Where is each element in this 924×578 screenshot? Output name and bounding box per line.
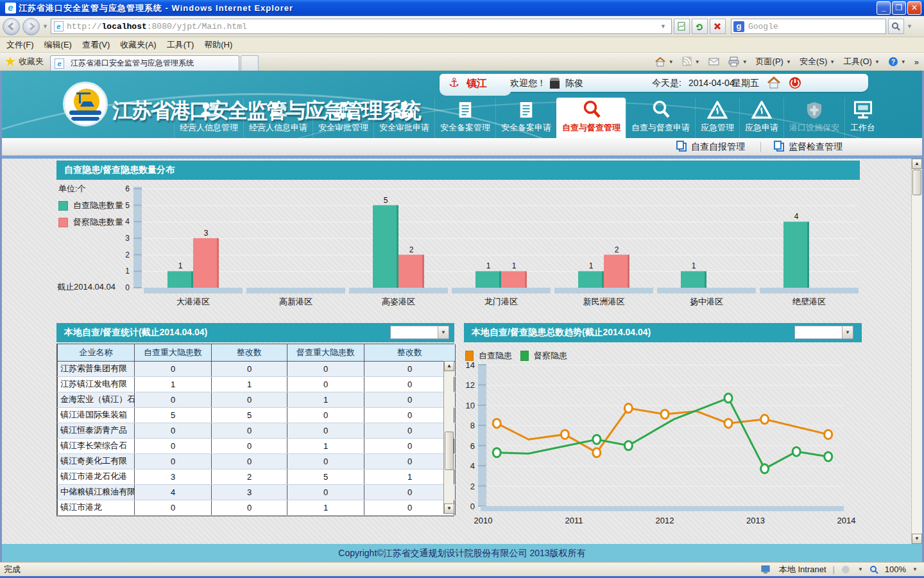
svg-text:2011: 2011 <box>565 516 583 525</box>
nav-item-4[interactable]: 安全备案管理 <box>434 98 495 138</box>
svg-text:0: 0 <box>470 502 475 511</box>
search-button[interactable] <box>888 19 904 34</box>
svg-text:新民洲港区: 新民洲港区 <box>583 297 625 306</box>
nav-item-1[interactable]: 经营人信息申请 <box>243 98 312 138</box>
menu-item-1[interactable]: 编辑(E) <box>44 39 72 51</box>
table-scrollbar[interactable]: ▲▼ <box>443 361 454 514</box>
refresh-button[interactable] <box>692 19 708 34</box>
svg-text:2: 2 <box>615 245 619 254</box>
feeds-button[interactable]: ▼ <box>682 57 700 67</box>
bar-chart: 0123456大港港区13高新港区高姿港区52龙门港区11新民洲港区12扬中港区… <box>56 182 860 317</box>
back-button[interactable] <box>3 18 20 35</box>
svg-text:1: 1 <box>486 261 491 270</box>
svg-text:扬中港区: 扬中港区 <box>690 297 723 306</box>
magnifier-icon <box>581 99 602 119</box>
sub-nav: 自查自报管理 监督检查管理 <box>2 138 922 155</box>
svg-text:2014: 2014 <box>837 516 856 525</box>
title-bar: e 江苏省港口安全监管与应急管理系统 - Windows Internet Ex… <box>0 0 924 16</box>
subnav-supervision[interactable]: 监督检查管理 <box>761 141 858 153</box>
nav-item-2[interactable]: 安全审批管理 <box>312 98 373 138</box>
zoom-icon[interactable] <box>869 565 878 574</box>
nav-item-3[interactable]: 安全审批申请 <box>373 98 434 138</box>
close-button[interactable]: ✕ <box>907 1 921 15</box>
bar-chart-title: 自查隐患/督查隐患数量分布 <box>56 161 860 180</box>
window-title: 江苏省港口安全监管与应急管理系统 - Windows Internet Expl… <box>19 3 293 14</box>
menu-item-4[interactable]: 工具(T) <box>167 39 194 51</box>
table-row[interactable]: 中储粮镇江粮油有限4300 <box>58 484 456 500</box>
svg-text:高新港区: 高新港区 <box>279 297 312 306</box>
document-icon <box>679 143 687 152</box>
svg-text:2013: 2013 <box>746 516 765 525</box>
search-box[interactable]: g Google <box>731 19 886 34</box>
menu-item-2[interactable]: 查看(V) <box>82 39 110 51</box>
menu-item-0[interactable]: 文件(F) <box>6 39 34 51</box>
browser-tab[interactable]: e 江苏省港口安全监管与应急管理系统 <box>50 55 239 71</box>
user-name: 陈俊 <box>565 78 583 89</box>
tools-menu[interactable]: 工具(O)▼ <box>843 56 880 67</box>
nav-item-10[interactable]: 港口设施保安 <box>783 98 844 138</box>
logout-icon[interactable] <box>788 76 802 90</box>
table-row[interactable]: 镇江市港龙0010 <box>58 500 456 515</box>
favorites-button[interactable]: 收藏夹 <box>0 53 50 71</box>
home-icon[interactable] <box>767 76 781 90</box>
workbench-icon <box>853 100 873 119</box>
svg-text:0: 0 <box>125 283 130 292</box>
menu-item-5[interactable]: 帮助(H) <box>204 39 232 51</box>
page-menu[interactable]: 页面(P)▼ <box>756 56 791 67</box>
shield-icon <box>806 100 823 119</box>
svg-text:1: 1 <box>178 261 183 270</box>
subnav-self-check[interactable]: 自查自报管理 <box>663 141 760 153</box>
history-dropdown[interactable]: ▼ <box>42 23 48 30</box>
protected-mode-icon[interactable] <box>841 565 851 574</box>
url-dropdown[interactable]: ▼ <box>660 23 666 30</box>
user-avatar <box>550 78 560 89</box>
url-field[interactable]: e http://localhost:8080/yjpt/Main.html ▼ <box>51 19 672 34</box>
table-row[interactable]: 江苏索普集团有限0000 <box>58 361 456 376</box>
svg-text:2: 2 <box>409 245 414 254</box>
search-dropdown[interactable]: ▼ <box>907 23 912 30</box>
menu-bar: 文件(F)编辑(E)查看(V)收藏夹(A)工具(T)帮助(H) <box>0 37 924 53</box>
nav-item-0[interactable]: 经营人信息管理 <box>174 98 243 138</box>
tab-icon: e <box>55 58 64 69</box>
svg-text:2012: 2012 <box>656 516 674 525</box>
table-row[interactable]: 镇江市港龙石化港3251 <box>58 469 456 484</box>
table-row[interactable]: 镇江奇美化工有限0000 <box>58 453 456 469</box>
help-button[interactable]: ?▼ <box>888 57 906 67</box>
nav-item-5[interactable]: 安全备案申请 <box>495 98 556 138</box>
document-icon <box>776 143 784 152</box>
nav-item-8[interactable]: 应急管理 <box>695 98 739 138</box>
safety-menu[interactable]: 安全(S)▼ <box>800 56 835 67</box>
table-row[interactable]: 镇江李长荣综合石0010 <box>58 438 456 453</box>
svg-text:1: 1 <box>512 261 517 270</box>
nav-item-7[interactable]: 自查与督查申请 <box>626 98 695 138</box>
table-row[interactable]: 江苏镇江发电有限1100 <box>58 376 456 392</box>
svg-text:5: 5 <box>125 201 130 210</box>
weekday-value: 星期五 <box>732 78 759 89</box>
table-row[interactable]: 镇江恒泰沥青产品0000 <box>58 423 456 438</box>
minimize-button[interactable]: _ <box>877 1 891 15</box>
stop-button[interactable] <box>710 19 726 34</box>
table-row[interactable]: 金海宏业（镇江）石0010 <box>58 392 456 407</box>
print-button[interactable]: ▼ <box>728 57 748 67</box>
forward-button[interactable] <box>22 18 40 35</box>
col-header: 整改数 <box>364 344 456 361</box>
nav-item-6[interactable]: 自查与督查管理 <box>556 98 626 138</box>
line-combo[interactable]: ▼ <box>794 326 853 339</box>
svg-text:14: 14 <box>466 360 475 370</box>
restore-button[interactable]: ❐ <box>892 1 906 15</box>
main-nav: 经营人信息管理经营人信息申请安全审批管理安全审批申请安全备案管理安全备案申请自查… <box>174 98 880 138</box>
compatibility-button[interactable] <box>674 19 690 34</box>
nav-item-11[interactable]: 工作台 <box>844 98 880 138</box>
menu-item-3[interactable]: 收藏夹(A) <box>120 39 156 51</box>
nav-item-9[interactable]: 应急申请 <box>739 98 783 138</box>
table-row[interactable]: 镇江港国际集装箱5500 <box>58 407 456 423</box>
svg-text:2010: 2010 <box>474 516 493 525</box>
chevron-icon[interactable]: » <box>914 57 919 67</box>
main-scrollbar[interactable]: ▲ ▼ <box>911 159 922 544</box>
new-tab-button[interactable] <box>241 55 259 71</box>
table-combo[interactable]: ▼ <box>390 326 449 339</box>
zoom-level: 100% <box>885 565 906 574</box>
home-button[interactable]: ▼ <box>654 57 674 67</box>
svg-text:2: 2 <box>470 482 475 491</box>
mail-button[interactable] <box>708 57 720 66</box>
